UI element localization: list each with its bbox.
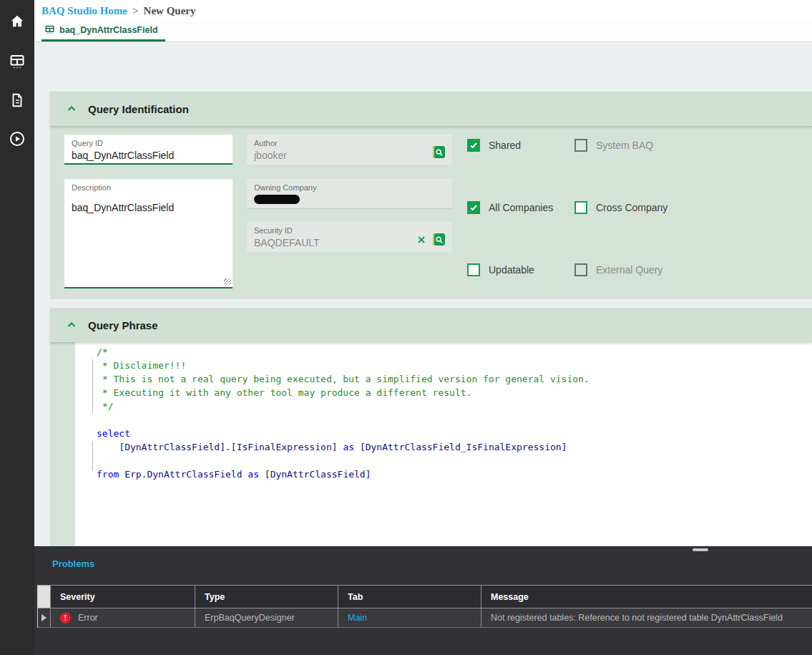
row-selector-header: [38, 586, 51, 608]
chevron-up-icon: [66, 319, 77, 331]
column-header-type[interactable]: Type: [195, 586, 338, 608]
sidebar: [0, 0, 34, 655]
query-phrase-panel: Query Phrase /* * Disclaimer!!! * This i…: [50, 308, 812, 546]
severity-cell: ! Error: [51, 608, 195, 627]
breadcrumb-current: New Query: [144, 5, 196, 17]
checkbox-label: System BAQ: [596, 140, 653, 151]
problems-table: Severity Type Tab Message ! Error ErpBaq…: [37, 585, 812, 628]
resize-grip-icon[interactable]: [224, 278, 231, 286]
home-icon[interactable]: [0, 6, 34, 37]
field-label: Query ID: [72, 138, 225, 148]
field-label: Owning Company: [254, 183, 445, 193]
checkbox-box: [574, 263, 587, 276]
query-phrase-header[interactable]: Query Phrase: [50, 308, 812, 342]
query-identification-header[interactable]: Query Identification: [50, 92, 812, 126]
message-cell: Not registered tables: Reference to not …: [481, 608, 812, 627]
owning-company-field: Owning Company: [247, 179, 452, 209]
query-identification-body: Query ID baq_DynAttrClassField Author jb…: [50, 126, 812, 299]
tab-cell[interactable]: Main: [338, 608, 481, 627]
column-header-severity[interactable]: Severity: [51, 586, 195, 608]
document-icon[interactable]: [0, 84, 34, 116]
checkbox-all-companies[interactable]: All Companies: [467, 201, 553, 214]
query-phrase-body: /* * Disclaimer!!! * This is not a real …: [50, 342, 812, 546]
checkbox-shared[interactable]: Shared: [467, 139, 521, 152]
clear-icon[interactable]: [416, 234, 427, 246]
checkbox-label: Cross Company: [596, 202, 667, 213]
breadcrumb: BAQ Studio Home > New Query: [34, 0, 812, 21]
checkbox-external-query: External Query: [574, 263, 662, 276]
indent-guide: [92, 441, 93, 471]
checkbox-box: [467, 139, 480, 152]
field-value: baq_DynAttrClassField: [72, 201, 225, 214]
main-area: BAQ Studio Home > New Query baq_DynAttrC…: [34, 0, 812, 655]
problems-table-row[interactable]: ! Error ErpBaqQueryDesigner Main Not reg…: [38, 608, 812, 628]
field-label: Author: [254, 138, 445, 148]
problems-table-header: Severity Type Tab Message: [38, 585, 812, 608]
redacted-value: [254, 195, 300, 204]
panel-title: Query Phrase: [88, 319, 158, 331]
checkbox-label: Shared: [489, 140, 521, 151]
row-selector-cell: [38, 608, 51, 627]
checkbox-label: All Companies: [489, 202, 553, 213]
sql-code-editor[interactable]: /* * Disclaimer!!! * This is not a real …: [75, 342, 812, 546]
current-row-marker-icon: [41, 614, 47, 621]
content-scroll-area: Query Identification Query ID baq_DynAtt…: [34, 43, 812, 546]
tab-baq-dynattrclassfield[interactable]: baq_DynAttrClassField: [41, 24, 165, 42]
problems-panel: Problems Severity Type Tab Message ! Err…: [34, 546, 812, 655]
checkbox-label: External Query: [596, 264, 662, 276]
table-grid-icon: [44, 24, 55, 35]
security-search-icon[interactable]: [433, 233, 445, 246]
sql-code: /* * Disclaimer!!! * This is not a real …: [75, 342, 812, 481]
breadcrumb-separator: >: [132, 5, 139, 17]
column-header-tab[interactable]: Tab: [338, 586, 481, 608]
description-field[interactable]: Description baq_DynAttrClassField: [64, 179, 233, 288]
checkbox-box: [574, 201, 587, 214]
query-id-field[interactable]: Query ID baq_DynAttrClassField: [64, 135, 233, 165]
field-value: baq_DynAttrClassField: [72, 149, 225, 162]
problems-title[interactable]: Problems: [52, 558, 94, 569]
breadcrumb-home-link[interactable]: BAQ Studio Home: [41, 5, 127, 17]
indent-guide: [92, 359, 93, 414]
author-search-icon[interactable]: [433, 146, 445, 158]
severity-text: Error: [78, 613, 98, 623]
panel-title: Query Identification: [88, 103, 189, 115]
security-id-field: Security ID BAQDEFAULT: [247, 222, 452, 252]
field-label: Description: [72, 183, 225, 193]
query-identification-panel: Query Identification Query ID baq_DynAtt…: [50, 92, 812, 299]
checkbox-box: [467, 263, 480, 276]
author-field: Author jbooker: [247, 135, 452, 165]
chevron-up-icon: [66, 103, 77, 115]
checkbox-label: Updatable: [489, 264, 534, 276]
play-circle-icon[interactable]: [0, 123, 34, 155]
field-value: jbooker: [254, 149, 445, 162]
checkbox-system-baq: System BAQ: [574, 139, 653, 152]
error-icon: !: [60, 613, 71, 624]
tab-label: baq_DynAttrClassField: [59, 25, 158, 35]
checkbox-cross-company[interactable]: Cross Company: [574, 201, 667, 214]
table-grid-icon[interactable]: [0, 46, 34, 77]
checkbox-box: [467, 201, 480, 214]
tab-bar: baq_DynAttrClassField: [34, 21, 812, 42]
checkbox-updatable[interactable]: Updatable: [467, 263, 534, 276]
panel-resize-handle[interactable]: [693, 548, 708, 551]
column-header-message[interactable]: Message: [481, 586, 812, 608]
checkbox-box: [574, 139, 587, 152]
type-cell: ErpBaqQueryDesigner: [195, 608, 338, 627]
